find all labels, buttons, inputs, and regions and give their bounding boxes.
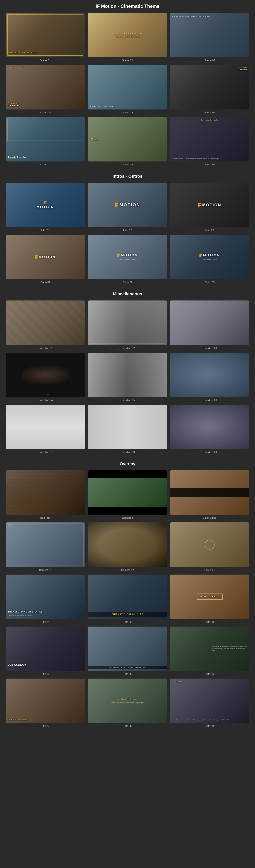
label-title04: Title 04 xyxy=(41,673,50,676)
section-intros: Intros - Outros MOTION Intro 01 MOT xyxy=(0,170,255,288)
thumb-intro02[interactable]: MOTION xyxy=(88,183,167,227)
grid-item-cam02: Camera 02 xyxy=(88,522,167,571)
grid-item-scene05: TRANSFORM YOUR STORY Scene 05 xyxy=(88,65,167,114)
label-cam01: Camera 01 xyxy=(39,568,52,571)
label-trans02: Transition 02 xyxy=(120,347,135,349)
label-outro03: Outro 03 xyxy=(205,281,215,284)
label-scene02: Scene 02 xyxy=(122,59,133,62)
thumb-cam02[interactable] xyxy=(88,522,167,567)
label-intro01: Intro 01 xyxy=(41,229,50,232)
label-scene08: Scene 08 xyxy=(122,163,133,166)
label-title03: Title 03 xyxy=(205,620,214,623)
thumb-scene03[interactable]: TRANSFORM REAL EVENTS INTO EPIC TALES xyxy=(170,13,249,57)
label-scene09: Scene 09 xyxy=(204,163,215,166)
thumb-scene01[interactable]: TRANSFORM YOUR STORY xyxy=(6,13,85,57)
thumb-scene04[interactable]: SCENE NO. 07 · 12/17/03 Cinematic Chroni… xyxy=(6,65,85,109)
thumb-scene06[interactable]: Cinematic Chronicles xyxy=(170,65,249,109)
thumb-title07[interactable]: Cave 276: Joe Norlan xyxy=(6,679,85,723)
grid-item-title01: TRANSFORM YOUR STORIES Lorem ipsum dolor… xyxy=(6,575,85,623)
grid-item-cam01: REC ● Camera 01 xyxy=(6,522,85,571)
thumb-trans02[interactable] xyxy=(88,301,167,345)
thumb-trans07[interactable] xyxy=(6,405,85,449)
thumb-trans05[interactable] xyxy=(88,353,167,397)
label-trans03: Transition 03 xyxy=(202,347,217,349)
thumb-title02[interactable]: CINEMATIC CHRONICLES xyxy=(88,575,167,619)
grid-item-title04: JOE NORLAN Title 04 xyxy=(6,626,85,676)
label-blackbars: Black Bars xyxy=(122,516,133,519)
label-scene06: Scene 06 xyxy=(204,111,215,114)
label-title09: Title 09 xyxy=(205,724,214,727)
label-title02: Title 02 xyxy=(123,620,132,623)
grid-item-blackbars: Black Bars xyxy=(88,470,167,519)
grid-item-title09: Greg Trevor Lorem ipsum dolor sit amet c… xyxy=(170,679,249,727)
grid-item-trans03: Transition 03 xyxy=(170,301,249,349)
grid-item-trans07: Transition 07 xyxy=(6,405,85,454)
thumb-focus01[interactable] xyxy=(170,522,249,567)
label-trans09: Transition 09 xyxy=(202,451,217,454)
grid-item-trans06: Transition 06 xyxy=(170,353,249,402)
grid-item-title06: Lorem ipsum dolor sit amet consectetur a… xyxy=(170,626,249,676)
thumb-trans09[interactable] xyxy=(170,405,249,449)
thumb-title08[interactable]: Anniversary Season Lorem ipsum dolor sit… xyxy=(88,679,167,723)
label-trans01: Transition 01 xyxy=(38,347,53,349)
thumb-title01[interactable]: TRANSFORM YOUR STORIES Lorem ipsum dolor… xyxy=(6,575,85,619)
label-scene04: Scene 04 xyxy=(40,111,51,114)
thumb-cam01[interactable]: REC ● xyxy=(6,522,85,567)
thumb-badfilm[interactable] xyxy=(6,470,85,515)
section-misc: Miscellaneous Transition 01 Transition 0… xyxy=(0,287,255,458)
label-trans08: Transition 08 xyxy=(120,451,135,454)
thumb-blackstripe[interactable] xyxy=(170,470,249,515)
thumb-intro01[interactable]: MOTION xyxy=(6,183,85,227)
thumb-title09[interactable]: Greg Trevor Lorem ipsum dolor sit amet c… xyxy=(170,679,249,723)
label-focus01: Focus 01 xyxy=(204,568,215,571)
thumb-scene07[interactable]: Cinematic Chronicles xyxy=(6,117,85,161)
thumb-trans08[interactable] xyxy=(88,405,167,449)
label-title05: Title 05 xyxy=(123,673,132,676)
thumb-trans06[interactable] xyxy=(170,353,249,397)
grid-item-outro02: MOTION www.ifmotion.net Outro 02 xyxy=(88,235,167,284)
grid-item-trans05: Transition 05 xyxy=(88,353,167,402)
label-intro02: Intro 02 xyxy=(123,229,132,232)
thumb-title03[interactable]: JHON COHNOR xyxy=(170,575,249,619)
page-header: IF Motion - Cinematic Theme xyxy=(0,0,255,11)
grid-item-scene03: TRANSFORM REAL EVENTS INTO EPIC TALES Sc… xyxy=(170,13,249,62)
grid-item-scene08: Cinematic Chronicles Scene 08 xyxy=(88,117,167,166)
grid-item-intro01: MOTION Intro 01 xyxy=(6,183,85,232)
thumb-outro03[interactable]: MOTION www.ifmotion.net xyxy=(170,235,249,279)
thumb-trans03[interactable] xyxy=(170,301,249,345)
thumb-blackbars[interactable] xyxy=(88,470,167,515)
grid-item-scene01: TRANSFORM YOUR STORY Scene 01 xyxy=(6,13,85,62)
grid-item-trans09: Transition 09 xyxy=(170,405,249,454)
grid-item-scene06: Cinematic Chronicles Scene 06 xyxy=(170,65,249,114)
section-cinematic: TRANSFORM YOUR STORY Scene 01 YOUR STORY… xyxy=(0,11,255,170)
thumb-outro02[interactable]: MOTION www.ifmotion.net xyxy=(88,235,167,279)
label-scene07: Scene 07 xyxy=(40,163,51,166)
thumb-trans04[interactable]: 00000:00 xyxy=(6,353,85,397)
label-trans04: Transition 04 xyxy=(38,399,53,402)
grid-item-title08: Anniversary Season Lorem ipsum dolor sit… xyxy=(88,679,167,727)
grid-item-focus01: Focus 01 xyxy=(170,522,249,571)
thumb-outro01[interactable]: MOTION xyxy=(6,235,85,279)
thumb-scene02[interactable]: YOUR STORY OUR INSPIRATION CINEMATIC CHR… xyxy=(88,13,167,57)
thumb-trans01[interactable] xyxy=(6,301,85,345)
thumb-intro03[interactable]: MOTION xyxy=(170,183,249,227)
thumb-title06[interactable]: Lorem ipsum dolor sit amet consectetur a… xyxy=(170,626,249,671)
thumb-scene08[interactable]: Cinematic Chronicles xyxy=(88,117,167,161)
label-scene05: Scene 05 xyxy=(122,111,133,114)
grid-item-badfilm: Bad Film xyxy=(6,470,85,519)
label-title01: Title 01 xyxy=(41,620,50,623)
grid-item-scene02: YOUR STORY OUR INSPIRATION CINEMATIC CHR… xyxy=(88,13,167,62)
grid-item-scene04: SCENE NO. 07 · 12/17/03 Cinematic Chroni… xyxy=(6,65,85,114)
label-trans05: Transition 05 xyxy=(120,399,135,402)
grid-item-title05: JOE SAMPLE | ALEX CONNOR | DAVID ADAMS T… xyxy=(88,626,167,676)
label-blackstripe: Black Stripe xyxy=(203,516,216,519)
thumb-title05[interactable]: JOE SAMPLE | ALEX CONNOR | DAVID ADAMS xyxy=(88,626,167,671)
grid-item-intro03: MOTION Intro 03 xyxy=(170,183,249,232)
thumb-scene05[interactable]: TRANSFORM YOUR STORY xyxy=(88,65,167,109)
grid-item-scene07: Cinematic Chronicles Scene 07 xyxy=(6,117,85,166)
page-title: IF Motion - Cinematic Theme xyxy=(96,3,160,9)
thumb-scene09[interactable]: Cinematic Chronicles Lorem ipsum dolor s… xyxy=(170,117,249,161)
thumb-title04[interactable]: JOE NORLAN xyxy=(6,626,85,671)
section-overlay-header: Overlay xyxy=(0,458,255,468)
grid-item-trans01: Transition 01 xyxy=(6,301,85,349)
